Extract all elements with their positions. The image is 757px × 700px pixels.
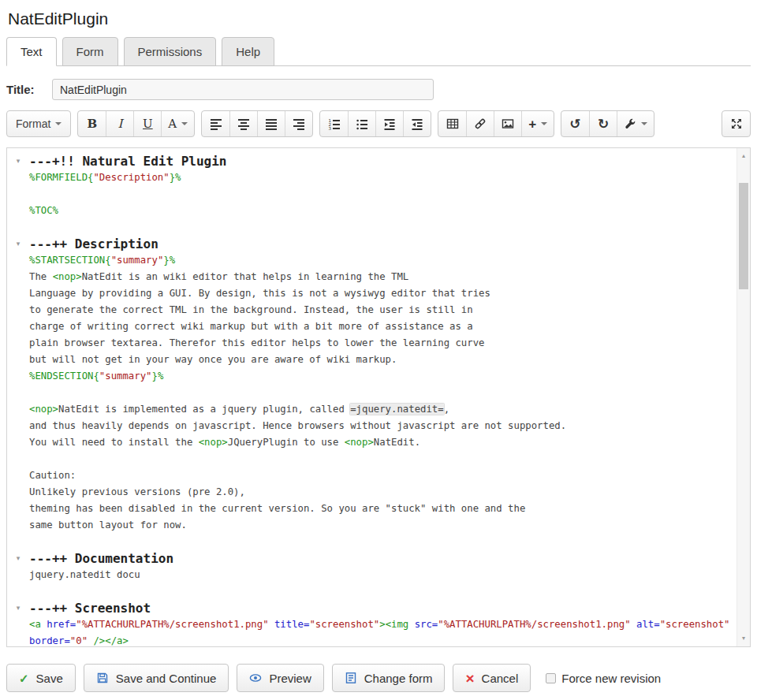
editor-line-text: %FORMFIELD{"Description"}% [29, 169, 181, 186]
outdent-button[interactable] [403, 111, 431, 136]
italic-button[interactable]: I [106, 111, 133, 136]
align-justify-icon [265, 117, 278, 131]
editor-line-text: <a href="%ATTACHURLPATH%/screenshot1.png… [29, 616, 729, 633]
insert-link-button[interactable] [466, 111, 494, 136]
editor-line: Unlikely previous versions (pre 2.0), [7, 484, 736, 501]
tools-dropdown[interactable] [617, 111, 654, 136]
scrollbar-thumb[interactable] [739, 183, 748, 289]
editor-line-text: %TOC% [29, 203, 58, 219]
italic-icon: I [117, 117, 122, 131]
editor-gutter [7, 418, 29, 434]
align-center-icon [237, 117, 250, 131]
editor-line: ▾---++ Documentation [7, 550, 736, 567]
tab-text[interactable]: Text [6, 37, 57, 66]
editor-gutter [7, 352, 29, 368]
insert-more-dropdown[interactable]: + [521, 111, 554, 136]
format-group: Format [6, 110, 71, 137]
redo-icon: ↻ [598, 117, 609, 131]
editor-line: %FORMFIELD{"Description"}% [7, 169, 736, 186]
editor-line [7, 385, 736, 401]
cancel-button[interactable]: × Cancel [453, 664, 531, 692]
list-group: 123 [319, 110, 431, 137]
wikitext-editor[interactable]: ▾---+!! Natural Edit Plugin%FORMFIELD{"D… [6, 147, 751, 647]
bold-button[interactable]: B [78, 111, 106, 136]
save-button[interactable]: ✓ Save [6, 664, 76, 692]
editor-gutter [7, 302, 29, 318]
title-input[interactable] [52, 79, 434, 100]
editor-line: border="0" /></a> [7, 633, 736, 646]
tab-permissions[interactable]: Permissions [124, 37, 217, 66]
editor-scrollbar[interactable]: ▴ ▾ [736, 148, 750, 646]
format-dropdown[interactable]: Format [7, 111, 70, 136]
insert-image-button[interactable] [494, 111, 521, 136]
chevron-down-icon [641, 122, 647, 125]
wrench-icon [624, 117, 636, 130]
unordered-list-icon [356, 117, 368, 131]
fold-marker-icon[interactable]: ▾ [7, 153, 29, 169]
outdent-icon [411, 117, 423, 131]
chevron-down-icon [181, 122, 188, 125]
ordered-list-button[interactable]: 123 [320, 111, 348, 136]
align-justify-button[interactable] [257, 111, 285, 136]
redo-button[interactable]: ↻ [589, 111, 617, 136]
editor-line: ▾---++ Screenshot [7, 600, 736, 616]
editor-line: %ENDSECTION{"summary"}% [7, 368, 736, 385]
change-form-button[interactable]: Change form [332, 664, 446, 692]
fold-marker-icon[interactable]: ▾ [7, 600, 29, 616]
editor-content[interactable]: ▾---+!! Natural Edit Plugin%FORMFIELD{"D… [7, 148, 736, 646]
font-color-icon: A [168, 117, 177, 131]
bold-icon: B [88, 117, 98, 131]
scroll-down-icon[interactable]: ▾ [737, 632, 750, 645]
tab-form[interactable]: Form [62, 37, 118, 66]
editor-line: You will need to install the <nop>JQuery… [7, 434, 736, 451]
editor-line-text: ---++ Documentation [29, 550, 173, 567]
editor-line [7, 583, 736, 600]
editor-line: <a href="%ATTACHURLPATH%/screenshot1.png… [7, 616, 736, 633]
editor-gutter [7, 252, 29, 269]
editor-gutter [7, 269, 29, 285]
save-and-continue-button[interactable]: Save and Continue [84, 664, 229, 692]
editor-line: same button layout for now. [7, 517, 736, 534]
editor-gutter [7, 501, 29, 517]
editor-line: Language by providing a GUI. By design, … [7, 285, 736, 302]
align-right-button[interactable] [285, 111, 312, 136]
undo-button[interactable]: ↺ [561, 111, 589, 136]
cancel-label: Cancel [482, 672, 519, 685]
fold-marker-icon[interactable]: ▾ [7, 550, 29, 567]
undo-icon: ↺ [570, 117, 581, 131]
indent-button[interactable] [375, 111, 403, 136]
format-label: Format [16, 117, 50, 130]
insert-table-button[interactable] [438, 111, 466, 136]
indent-icon [383, 117, 396, 131]
scroll-up-icon[interactable]: ▴ [737, 150, 750, 162]
editor-line: theming has been disabled in the current… [7, 501, 736, 517]
editor-line: charge of writing correct wiki markup bu… [7, 318, 736, 335]
preview-button[interactable]: Preview [237, 664, 323, 692]
force-new-revision-checkbox[interactable] [546, 673, 556, 683]
editor-gutter [7, 169, 29, 186]
fold-marker-icon[interactable]: ▾ [7, 236, 29, 252]
align-center-button[interactable] [229, 111, 257, 136]
align-right-icon [293, 117, 305, 131]
editor-toolbar: Format B I U A [6, 110, 751, 137]
editor-line: ▾---++ Description [7, 236, 736, 252]
editor-line-text: ---+!! Natural Edit Plugin [29, 153, 226, 169]
editor-gutter [7, 368, 29, 385]
tab-help[interactable]: Help [222, 37, 274, 66]
editor-gutter [7, 633, 29, 646]
editor-line-text: ---++ Screenshot [29, 600, 151, 616]
fullscreen-button[interactable] [722, 111, 750, 136]
editor-line: but will not get in your way once you ar… [7, 352, 736, 368]
unordered-list-button[interactable] [348, 111, 375, 136]
editor-line-text: plain browser textarea. Therefor this ed… [29, 335, 484, 352]
underline-button[interactable]: U [133, 111, 161, 136]
font-color-dropdown[interactable]: A [161, 111, 194, 136]
force-new-revision-option: Force new revision [546, 672, 661, 685]
editor-line-text: and thus heavily depends on javascript. … [29, 418, 566, 434]
editor-line-text: You will need to install the <nop>JQuery… [29, 434, 420, 451]
align-left-button[interactable] [202, 111, 229, 136]
editor-gutter [7, 583, 29, 600]
link-icon [474, 117, 487, 130]
page-title: NatEditPlugin [8, 9, 751, 28]
editor-line-text: jquery.natedit docu [29, 567, 140, 583]
